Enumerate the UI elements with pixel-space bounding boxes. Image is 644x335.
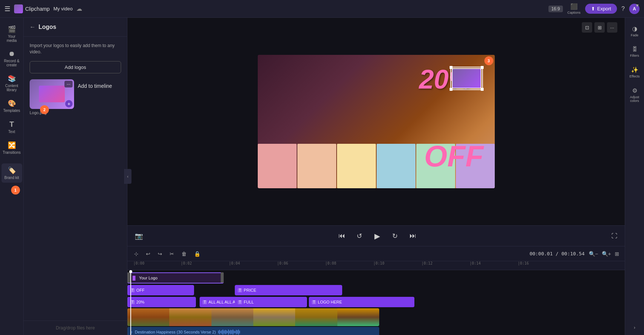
help-icon[interactable]: ? <box>621 6 625 12</box>
logo-item[interactable]: ··· + Logo.png Add to timeline 2 <box>30 79 74 115</box>
video-text-off: OFF <box>424 139 484 173</box>
right-sidebar-collapse[interactable]: › <box>634 324 635 331</box>
crop-button[interactable]: ⊡ <box>582 22 592 33</box>
skip-forward-button[interactable]: ⏭ <box>407 230 419 242</box>
effects-icon: ✨ <box>631 66 638 73</box>
right-tool-effects[interactable]: ✨ Effects <box>627 63 643 81</box>
playhead[interactable] <box>130 270 131 335</box>
wave-bar <box>230 330 231 334</box>
export-icon: ⬆ <box>591 6 595 11</box>
audio-clip[interactable]: ♪ Destination Happiness (30 Seconds Vers… <box>127 327 379 335</box>
logo-track-content: ▐▌ Your Logo <box>127 272 625 284</box>
ruler-mark-2: |0:02 <box>181 261 192 265</box>
timeline-redo-button[interactable]: ↪ <box>156 249 164 258</box>
wave-bar <box>225 330 226 334</box>
logo-clip[interactable]: ▐▌ Your Logo <box>127 272 224 283</box>
zoom-fit-button[interactable]: ⊞ <box>614 250 620 258</box>
timeline-undo-button[interactable]: ↩ <box>144 249 153 258</box>
logo-grid: ··· + Logo.png Add to timeline 2 <box>30 79 121 115</box>
clip-20-label: 20% <box>136 300 144 304</box>
sidebar-item-label-text: Text <box>8 130 15 134</box>
sidebar-item-label-content-library: Content library <box>3 84 21 92</box>
clip-handle-left[interactable] <box>127 272 130 283</box>
timeline-delete-button[interactable]: 🗑 <box>179 249 189 258</box>
price-clip-label: PRICE <box>244 288 256 292</box>
logo-clip-icon: ▐▌ <box>131 276 137 280</box>
logo-thumb-inner <box>39 86 65 102</box>
clip-logohere[interactable]: T LOGO HERE <box>309 297 414 307</box>
panel-header: ← Logos <box>24 18 127 37</box>
audio-track-content: ♪ Destination Happiness (30 Seconds Vers… <box>127 326 625 335</box>
wave-bar <box>237 330 238 334</box>
video-title[interactable]: My video <box>53 6 73 11</box>
logo-add-button[interactable]: + <box>65 100 73 107</box>
right-tool-adjust[interactable]: ⚙ Adjust colors <box>627 84 643 106</box>
app-logo-icon <box>14 4 23 13</box>
price-clip[interactable]: T PRICE <box>235 285 342 295</box>
audio-label: Destination Happiness (30 Seconds Verse … <box>135 330 216 334</box>
forward-button[interactable]: ↻ <box>389 230 401 242</box>
timeline-tool-select[interactable]: ⊹ <box>132 249 141 258</box>
sidebar-item-your-media[interactable]: 🎬 Your media <box>1 22 22 46</box>
back-button[interactable]: ← <box>30 24 36 30</box>
sidebar-icons: 🎬 Your media ⏺ Record & create 📚 Content… <box>0 18 24 335</box>
zoom-out-button[interactable]: 🔍− <box>588 250 599 258</box>
captions-icon: ⬛ <box>570 3 578 10</box>
screenshot-button[interactable]: 📷 <box>135 232 143 240</box>
fit-button[interactable]: ⊞ <box>594 22 605 33</box>
sidebar-item-transitions[interactable]: 🔀 Transitions <box>1 138 22 157</box>
sidebar-item-text[interactable]: T Text <box>1 117 22 137</box>
clip-full[interactable]: T FULL <box>235 297 307 307</box>
zoom-controls: 🔍− 🔍+ ⊞ <box>588 250 620 258</box>
add-to-timeline-label: Add to timeline <box>78 83 112 89</box>
collapse-arrow-icon: › <box>634 325 635 330</box>
video-thumb-3 <box>211 308 253 326</box>
app-name: Clipchamp <box>25 6 50 12</box>
audio-waveform <box>218 329 376 335</box>
video-track-content <box>127 308 625 326</box>
ruler-ticks: |0:00 |0:02 |0:04 |0:06 |0:08 |0:10 |0:1… <box>133 261 625 270</box>
text-clip-t-all: T <box>203 300 207 304</box>
right-tool-fade[interactable]: ◑ Fade <box>627 22 643 40</box>
sidebar-item-label-your-media: Your media <box>3 34 21 43</box>
clip-20pct[interactable]: T 20% <box>127 297 196 307</box>
export-button[interactable]: ⬆ Export <box>585 4 617 14</box>
timeline-lock-button[interactable]: 🔒 <box>192 249 203 258</box>
clip-handle-right[interactable] <box>221 272 224 283</box>
logo-thumbnail: ··· + <box>30 79 74 109</box>
video-thumbs-strip[interactable] <box>127 308 379 326</box>
sidebar-item-label-transitions: Transitions <box>3 150 21 155</box>
playback-center: ⏮ ↺ ▶ ↻ ⏭ <box>336 230 419 242</box>
fade-label: Fade <box>631 33 638 37</box>
playback-left: 📷 <box>135 232 143 240</box>
sidebar-item-record-create[interactable]: ⏺ Record & create <box>1 47 22 70</box>
off-clip-label: OFF <box>136 288 144 292</box>
skip-back-button[interactable]: ⏮ <box>336 230 348 242</box>
playback-right: ⛶ <box>611 233 617 239</box>
video-thumb-1 <box>127 308 169 326</box>
timeline-cut-button[interactable]: ✂ <box>167 249 176 258</box>
your-media-icon: 🎬 <box>8 25 16 33</box>
off-clip[interactable]: T OFF <box>127 285 194 295</box>
sidebar-item-templates[interactable]: 🎨 Templates <box>1 96 22 116</box>
adjust-label: Adjust colors <box>628 95 641 103</box>
add-logos-button[interactable]: Add logos <box>30 61 121 73</box>
hamburger-icon[interactable]: ☰ <box>4 5 10 13</box>
sidebar-item-content-library[interactable]: 📚 Content library <box>1 72 22 95</box>
captions-label: Captions <box>567 11 581 14</box>
play-button[interactable]: ▶ <box>371 230 383 242</box>
fullscreen-button[interactable]: ⛶ <box>611 233 617 239</box>
zoom-in-button[interactable]: 🔍+ <box>601 250 612 258</box>
sidebar-item-brand-kit[interactable]: 🏷️ Brand kit <box>1 163 22 183</box>
tutorial-step1-area: 1 <box>7 186 16 195</box>
rewind-button[interactable]: ↺ <box>354 230 366 242</box>
right-tool-filters[interactable]: 🎛 Filters <box>627 43 643 60</box>
fade-icon: ◑ <box>632 25 637 32</box>
captions-button[interactable]: ⬛ Captions <box>567 3 581 14</box>
logo-more-button[interactable]: ··· <box>64 81 73 87</box>
brand-kit-icon: 🏷️ <box>8 166 16 175</box>
text-clip-t-logohere: T <box>312 300 316 304</box>
more-preview-button[interactable]: ··· <box>607 22 617 33</box>
ruler-mark-0: |0:00 <box>133 261 144 265</box>
panel-collapse-button[interactable]: ‹ <box>124 169 131 184</box>
